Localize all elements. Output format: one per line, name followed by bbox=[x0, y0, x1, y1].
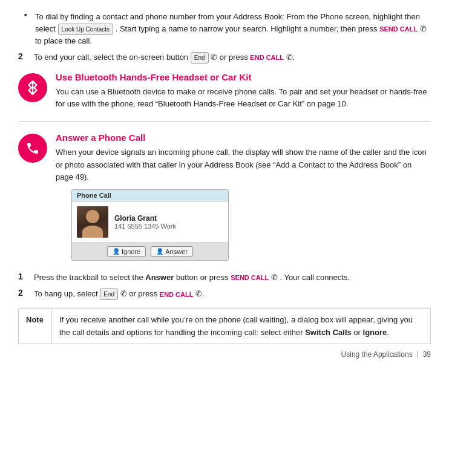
bullet-item-dial: ■ To dial by finding a contact and phone… bbox=[18, 11, 431, 47]
ans-step1-before: Press the trackball to select the bbox=[34, 273, 143, 282]
note-bold-ignore: Ignore bbox=[363, 328, 387, 337]
phone-call-body: Gloria Grant 141 5555 1345 Work bbox=[72, 201, 228, 243]
answer-section-text: When your device signals an incoming pho… bbox=[56, 146, 431, 183]
note-text3: . bbox=[387, 328, 389, 337]
phone-icon-end-3: ✆ bbox=[195, 289, 202, 298]
end-button-inline[interactable]: End bbox=[191, 52, 209, 64]
footer-divider bbox=[418, 351, 418, 358]
caller-photo bbox=[77, 206, 108, 238]
bluetooth-icon bbox=[18, 73, 47, 102]
step2-text-middle: or press bbox=[220, 53, 248, 62]
ans-step2-before: To hang up, select bbox=[34, 289, 98, 298]
ans-step2-mid: or press bbox=[129, 289, 157, 298]
answer-button[interactable]: 👤 Answer bbox=[151, 246, 193, 257]
send-call-badge-1: SEND CALL bbox=[379, 24, 418, 34]
step-number-2: 2 bbox=[18, 51, 34, 61]
caller-info: Gloria Grant 141 5555 1345 Work bbox=[114, 214, 176, 230]
phone-icon-end-2: ✆ bbox=[120, 289, 127, 298]
caller-number: 141 5555 1345 Work bbox=[114, 223, 176, 230]
end-call-badge-1: END CALL bbox=[250, 53, 284, 63]
answer-step-2-text: To hang up, select End ✆ or press END CA… bbox=[34, 288, 205, 300]
phone-call-footer: 👤 Ignore 👤 Answer bbox=[72, 243, 228, 260]
answer-label: Answer bbox=[165, 248, 188, 255]
section-divider bbox=[18, 121, 431, 122]
note-bold-switch: Switch Calls bbox=[305, 328, 352, 337]
answer-bold: Answer bbox=[145, 273, 174, 282]
bullet-text-dial: To dial by finding a contact and phone n… bbox=[35, 11, 431, 47]
phone-call-header: Phone Call bbox=[72, 190, 228, 201]
phone-icon-end-inline: ✆ bbox=[211, 53, 217, 62]
page: ■ To dial by finding a contact and phone… bbox=[0, 0, 449, 368]
answer-icon bbox=[18, 134, 47, 163]
caller-name: Gloria Grant bbox=[114, 214, 176, 223]
footer-page: 39 bbox=[423, 350, 431, 359]
bluetooth-section-title: Use Bluetooth Hands-Free Headset or Car … bbox=[56, 72, 431, 82]
bullet-text-after: to place the call. bbox=[35, 36, 92, 45]
note-text2: or bbox=[353, 328, 361, 337]
ignore-button[interactable]: 👤 Ignore bbox=[107, 246, 146, 257]
footer-section: Using the Applications bbox=[341, 350, 413, 359]
bluetooth-section-body: Use Bluetooth Hands-Free Headset or Car … bbox=[56, 72, 431, 110]
ans-step1-mid: button or press bbox=[176, 273, 229, 282]
send-call-badge-2: SEND CALL bbox=[231, 273, 269, 283]
answer-step-1-number: 1 bbox=[18, 272, 34, 281]
note-label: Note bbox=[19, 309, 52, 343]
phone-icon-1: ✆ bbox=[420, 24, 427, 33]
note-box: Note If you receive another call while y… bbox=[18, 308, 431, 344]
note-content: If you receive another call while you’re… bbox=[52, 309, 430, 343]
bullet-text-middle: . Start typing a name to narrow your sea… bbox=[116, 24, 378, 33]
answer-step-1: 1 Press the trackball to select the Answ… bbox=[18, 272, 431, 284]
bullet-section: ■ To dial by finding a contact and phone… bbox=[18, 11, 431, 47]
phone-svg bbox=[25, 141, 40, 155]
answer-section-body: Answer a Phone Call When your device sig… bbox=[56, 132, 431, 266]
ignore-label: Ignore bbox=[122, 248, 140, 255]
end-button-2[interactable]: End bbox=[100, 289, 118, 300]
answer-section-title: Answer a Phone Call bbox=[56, 132, 431, 143]
answer-icon: 👤 bbox=[156, 248, 163, 255]
lookup-contacts-button[interactable]: Look Up Contacts bbox=[58, 24, 114, 35]
bluetooth-section: Use Bluetooth Hands-Free Headset or Car … bbox=[18, 72, 431, 110]
step2-text-before: To end your call, select the on-screen b… bbox=[34, 53, 188, 62]
bluetooth-section-text: You can use a Bluetooth device to make o… bbox=[56, 86, 431, 110]
ans-step1-after: . Your call connects. bbox=[280, 273, 350, 282]
bullet-dot: ■ bbox=[24, 13, 31, 17]
caller-photo-inner bbox=[77, 206, 108, 238]
phone-icon-send: ✆ bbox=[271, 273, 278, 282]
ignore-icon: 👤 bbox=[113, 248, 120, 255]
answer-step-2: 2 To hang up, select End ✆ or press END … bbox=[18, 288, 431, 300]
step-2-end: 2 To end your call, select the on-screen… bbox=[18, 51, 431, 64]
phone-icon-end: ✆ bbox=[286, 53, 293, 62]
phone-call-mockup: Phone Call Gloria Grant 141 5555 1345 Wo… bbox=[71, 189, 229, 261]
answer-step-2-number: 2 bbox=[18, 288, 34, 298]
bluetooth-svg bbox=[25, 80, 41, 96]
step-2-text: To end your call, select the on-screen b… bbox=[34, 51, 295, 64]
end-call-badge-2: END CALL bbox=[160, 290, 194, 300]
page-footer: Using the Applications 39 bbox=[341, 350, 431, 359]
answer-step-1-text: Press the trackball to select the Answer… bbox=[34, 272, 350, 284]
answer-section: Answer a Phone Call When your device sig… bbox=[18, 132, 431, 266]
